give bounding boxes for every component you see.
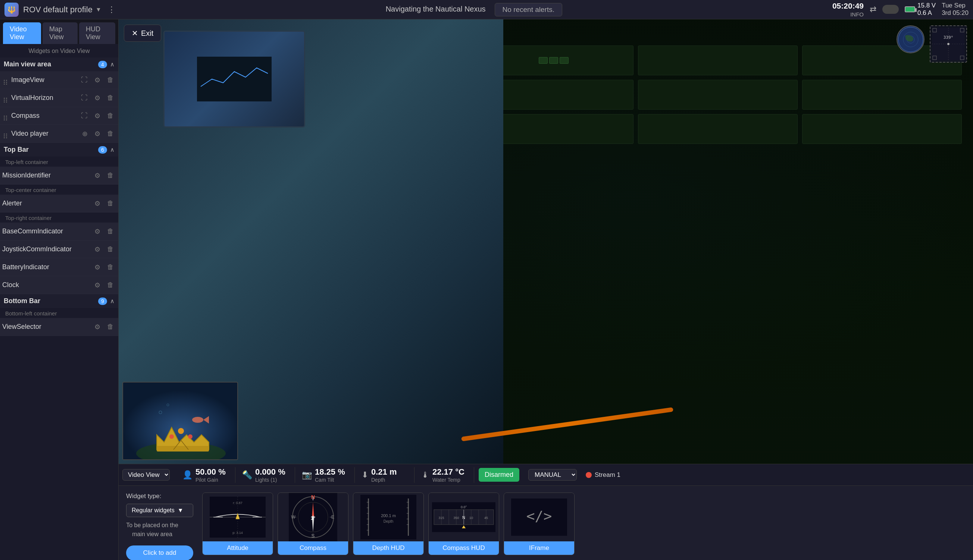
connector-2 xyxy=(638,45,797,75)
widget-settings-joystickcommindicator[interactable]: ⚙ xyxy=(92,244,103,255)
widget-type-select[interactable]: Regular widgets ▼ xyxy=(126,504,193,517)
widget-card-attitude[interactable]: r: 0.87 p: 3.14 Attitude xyxy=(202,493,273,555)
pip-window xyxy=(122,382,238,460)
armed-status-button[interactable]: Disarmed xyxy=(479,468,519,482)
pilot-gain-label: Pilot Gain xyxy=(196,477,226,483)
widget-settings-viewselector[interactable]: ⚙ xyxy=(92,322,103,333)
compass-svg: 339° xyxy=(932,28,965,60)
date-line2: 3rd 05:20 xyxy=(942,9,968,17)
lights-value: 0.000 % xyxy=(255,467,286,477)
widget-delete-joystickcommindicator[interactable]: 🗑 xyxy=(105,244,116,255)
video-background: ✕ Video View Exit xyxy=(119,19,973,464)
section-main-view-badge: 4 xyxy=(98,61,107,68)
widget-delete-viewselector[interactable]: 🗑 xyxy=(105,322,116,332)
widget-card-depth-hud-label: Depth HUD xyxy=(353,542,423,555)
widget-delete-missionidentifier[interactable]: 🗑 xyxy=(105,170,116,181)
svg-text:0.0°: 0.0° xyxy=(461,505,467,509)
section-bottom-bar[interactable]: Bottom Bar 9 ∧ xyxy=(0,294,118,308)
click-to-add-button[interactable]: Click to add xyxy=(126,545,193,560)
widget-settings-clock[interactable]: ⚙ xyxy=(92,280,103,291)
status-bar: Video View Map View HUD View 👤 50.00 % P… xyxy=(119,464,973,485)
lights-label: Lights (1) xyxy=(255,477,286,483)
widget-settings-virtualhorizon[interactable]: ⚙ xyxy=(92,92,103,103)
widget-name-alerter: Alerter xyxy=(2,200,90,207)
widget-name-viewselector: ViewSelector xyxy=(2,323,90,331)
svg-text:N: N xyxy=(462,515,465,520)
video-area: ✕ Video View Exit xyxy=(119,19,973,464)
widget-card-iframe[interactable]: </> IFrame xyxy=(504,493,575,555)
widget-card-compass[interactable]: N S E W 1 xyxy=(278,493,348,555)
section-top-bar-badge: 6 xyxy=(98,146,107,153)
section-top-bar[interactable]: Top Bar 6 ∧ xyxy=(0,143,118,157)
widget-delete-clock[interactable]: 🗑 xyxy=(105,280,116,290)
widget-type-label: Widget type: xyxy=(126,493,193,500)
widget-card-compass-hud[interactable]: 0.0° 315 350 N xyxy=(428,493,499,555)
view-select-dropdown[interactable]: Video View Map View HUD View xyxy=(122,469,170,481)
section-bottom-bar-badge: 9 xyxy=(98,298,107,305)
metric-lights: 🔦 0.000 % Lights (1) xyxy=(236,467,295,483)
svg-text:45: 45 xyxy=(484,516,488,520)
main-layout: Video View Map View HUD View Widgets on … xyxy=(0,19,973,560)
widget-item-videoplayer: Video player ⊕ ⚙ 🗑 xyxy=(0,125,118,143)
svg-text:1°: 1° xyxy=(311,515,315,521)
widget-expand-compass[interactable]: ⛶ xyxy=(79,110,90,121)
widget-name-basecommindicator: BaseCommIndicator xyxy=(2,227,90,235)
widget-card-depth-hud[interactable]: 200.1 m Depth Depth HUD xyxy=(353,493,424,555)
top-bar-right: 05:20:49 INFO ⇄ 15.8 V 0.6 A Tue Sep 3rd… xyxy=(833,1,968,18)
pilot-gain-icon: 👤 xyxy=(182,470,192,480)
connector-9 xyxy=(802,114,962,144)
widget-name-batteryindicator: BatteryIndicator xyxy=(2,263,90,271)
widget-delete-videoplayer[interactable]: 🗑 xyxy=(105,128,116,139)
widget-settings-imageview[interactable]: ⚙ xyxy=(92,75,103,86)
container-top-right-label: Top-right container xyxy=(0,213,118,223)
section-main-view-chevron: ∧ xyxy=(110,61,115,68)
depth-values: 0.21 m Depth xyxy=(371,467,397,483)
container-top-left-label: Top-left container xyxy=(0,157,118,167)
connector-5 xyxy=(638,80,797,110)
widget-type-section: Widget type: Regular widgets ▼ To be pla… xyxy=(126,493,193,560)
drag-handle-virtualhorizon[interactable] xyxy=(2,92,9,104)
cam-tilt-values: 18.25 % Cam Tilt xyxy=(315,467,345,483)
widget-name-imageview: ImageView xyxy=(11,76,77,84)
connector-grid xyxy=(470,42,966,148)
compass-hud-preview-svg: 0.0° 315 350 N xyxy=(432,502,495,532)
container-bottom-left-label: Bottom-left container xyxy=(0,308,118,318)
widget-delete-basecommindicator[interactable]: 🗑 xyxy=(105,226,116,237)
widget-expand-imageview[interactable]: ⛶ xyxy=(79,75,90,85)
widget-delete-imageview[interactable]: 🗑 xyxy=(105,75,116,85)
widget-expand-virtualhorizon[interactable]: ⛶ xyxy=(79,92,90,103)
exit-button[interactable]: ✕ Video View Exit xyxy=(124,25,161,42)
view-select-wrap: Video View Map View HUD View xyxy=(122,469,170,481)
attitude-preview-svg: r: 0.87 p: 3.14 xyxy=(210,497,266,538)
widget-name-virtualhorizon: VirtualHorizon xyxy=(11,94,77,102)
widget-settings-compass[interactable]: ⚙ xyxy=(92,110,103,122)
svg-text:</>: </> xyxy=(527,508,552,524)
svg-text:350: 350 xyxy=(453,516,459,520)
widget-card-compass-label: Compass xyxy=(278,542,348,555)
widget-settings-alerter[interactable]: ⚙ xyxy=(92,198,103,209)
tab-hud-view[interactable]: HUD View xyxy=(79,22,115,44)
widget-delete-virtualhorizon[interactable]: 🗑 xyxy=(105,92,116,103)
tab-video-view[interactable]: Video View xyxy=(3,22,41,44)
alert-badge: No recent alerts. xyxy=(495,3,562,17)
widget-settings-basecommindicator[interactable]: ⚙ xyxy=(92,226,103,237)
tab-map-view[interactable]: Map View xyxy=(43,22,78,44)
widget-picker: Widget type: Regular widgets ▼ To be pla… xyxy=(119,485,973,560)
flight-mode-select[interactable]: MANUAL STABILIZE xyxy=(528,469,577,481)
section-main-view-area[interactable]: Main view area 4 ∧ xyxy=(0,57,118,71)
app-menu-button[interactable]: ⋮ xyxy=(107,5,115,15)
widget-settings-batteryindicator[interactable]: ⚙ xyxy=(92,262,103,273)
widget-settings-missionidentifier[interactable]: ⚙ xyxy=(92,170,103,181)
widget-delete-alerter[interactable]: 🗑 xyxy=(105,198,116,209)
widget-delete-batteryindicator[interactable]: 🗑 xyxy=(105,262,116,273)
drag-handle-videoplayer[interactable] xyxy=(2,128,9,140)
drag-handle-imageview[interactable] xyxy=(2,74,9,86)
widget-delete-compass[interactable]: 🗑 xyxy=(105,110,116,121)
depth-hud-preview-svg: 200.1 m Depth xyxy=(360,495,416,540)
widget-expand-videoplayer[interactable]: ⊕ xyxy=(80,128,90,140)
widget-settings-videoplayer[interactable]: ⚙ xyxy=(92,128,103,140)
profile-selector[interactable]: ROV default profile ▼ xyxy=(23,5,102,15)
nav-title: Navigating the Nautical Nexus xyxy=(386,5,486,14)
drag-handle-compass[interactable] xyxy=(2,110,9,122)
toggle-button[interactable] xyxy=(882,5,899,14)
